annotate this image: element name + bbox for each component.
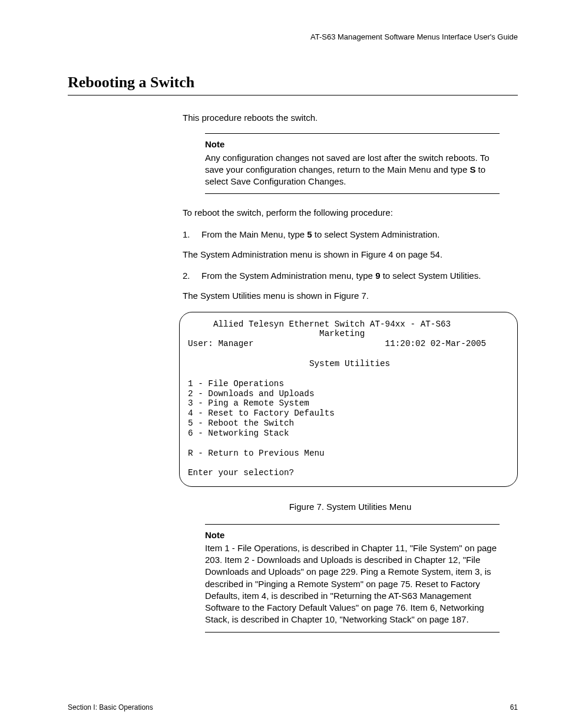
step-2-before: From the System Administration menu, typ… bbox=[201, 271, 375, 281]
step-2: 2. From the System Administration menu, … bbox=[183, 270, 518, 282]
note1-text-before: Any configuration changes not saved are … bbox=[205, 153, 490, 174]
step-1-text: From the Main Menu, type 5 to select Sys… bbox=[201, 229, 439, 241]
step-1-number: 1. bbox=[183, 229, 196, 241]
step-1-before: From the Main Menu, type bbox=[201, 229, 307, 239]
term-option-5: 5 - Reboot the Switch bbox=[188, 419, 294, 428]
footer-section: Section I: Basic Operations bbox=[68, 703, 153, 711]
note-label: Note bbox=[205, 529, 500, 541]
term-title: Allied Telesyn Ethernet Switch AT-94xx -… bbox=[188, 319, 451, 329]
terminal-figure: Allied Telesyn Ethernet Switch AT-94xx -… bbox=[179, 312, 518, 487]
term-prompt: Enter your selection? bbox=[188, 468, 294, 477]
term-option-1: 1 - File Operations bbox=[188, 379, 284, 388]
note-block-1: Note Any configuration changes not saved… bbox=[205, 133, 500, 194]
step-1-bold: 5 bbox=[307, 229, 312, 239]
term-option-return: R - Return to Previous Menu bbox=[188, 449, 325, 458]
step-1-after: to select System Administration. bbox=[312, 229, 440, 239]
body-column: This procedure reboots the switch. Note … bbox=[183, 112, 518, 633]
running-header: AT-S63 Management Software Menus Interfa… bbox=[68, 32, 518, 41]
note-label: Note bbox=[205, 139, 500, 150]
term-user-line: User: Manager 11:20:02 02-Mar-2005 bbox=[188, 339, 486, 348]
term-option-4: 4 - Reset to Factory Defaults bbox=[188, 409, 335, 418]
page-title: Rebooting a Switch bbox=[68, 74, 518, 91]
figure-caption: Figure 7. System Utilities Menu bbox=[183, 501, 518, 513]
term-option-3: 3 - Ping a Remote System bbox=[188, 398, 309, 408]
step-1-sub: The System Administration menu is shown … bbox=[183, 249, 518, 261]
note-block-2: Note Item 1 - File Operations, is descri… bbox=[205, 524, 500, 633]
page-footer: Section I: Basic Operations 61 bbox=[68, 703, 518, 711]
term-subtitle: Marketing bbox=[188, 329, 365, 338]
step-2-number: 2. bbox=[183, 270, 196, 282]
term-option-2: 2 - Downloads and Uploads bbox=[188, 389, 315, 398]
term-option-6: 6 - Networking Stack bbox=[188, 429, 289, 438]
step-2-sub: The System Utilities menu is shown in Fi… bbox=[183, 290, 518, 302]
note2-text: Item 1 - File Operations, is described i… bbox=[205, 543, 497, 625]
terminal-screen: Allied Telesyn Ethernet Switch AT-94xx -… bbox=[179, 312, 518, 487]
step-1: 1. From the Main Menu, type 5 to select … bbox=[183, 229, 518, 241]
footer-page-number: 61 bbox=[510, 703, 518, 711]
intro-paragraph: This procedure reboots the switch. bbox=[183, 112, 518, 124]
term-heading: System Utilities bbox=[188, 359, 390, 368]
note1-bold: S bbox=[470, 164, 475, 174]
step-2-text: From the System Administration menu, typ… bbox=[201, 270, 481, 282]
step-2-after: to select System Utilities. bbox=[380, 271, 481, 281]
lead-in: To reboot the switch, perform the follow… bbox=[183, 207, 518, 219]
title-rule bbox=[68, 95, 518, 95]
